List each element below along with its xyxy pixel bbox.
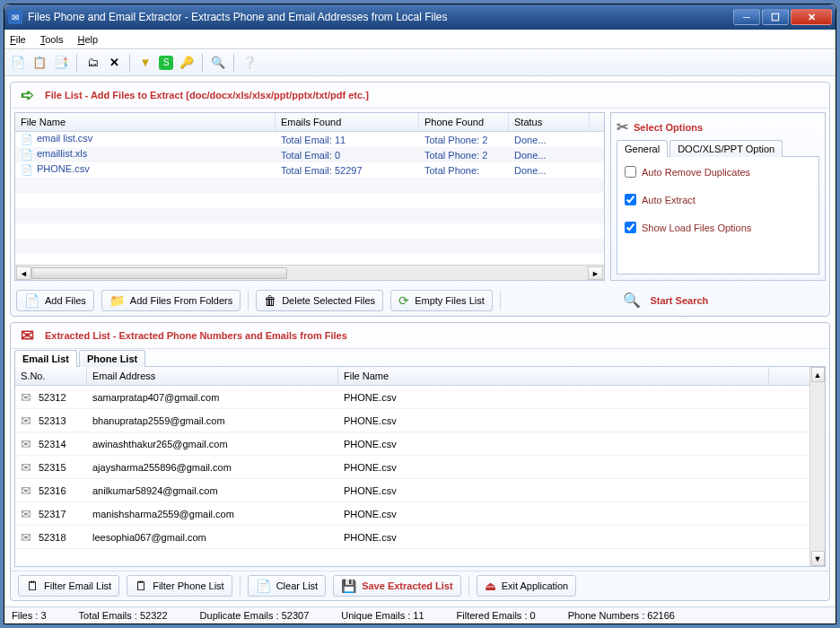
delete-selected-button[interactable]: 🗑Delete Selected Files xyxy=(256,290,383,311)
separator xyxy=(129,54,130,72)
status-unique-emails: Unique Emails : 11 xyxy=(341,610,424,621)
chk-auto-remove[interactable] xyxy=(625,166,636,178)
menu-tools[interactable]: Tools xyxy=(40,34,64,45)
envelope-icon: ✉ xyxy=(15,414,33,428)
extracted-row[interactable]: ✉52316anilkumar58924@gmail.comPHONE.csv xyxy=(15,479,809,502)
horizontal-scrollbar[interactable]: ◄ ► xyxy=(15,265,604,280)
file-row-empty xyxy=(15,193,604,208)
extracted-columns: S.No. Email Address File Name xyxy=(15,367,809,386)
search-icon: 🔍 xyxy=(623,292,641,309)
add-files-from-folders-button[interactable]: 📁Add Files From Folders xyxy=(101,290,241,311)
empty-icon: ⟳ xyxy=(398,293,409,308)
save-extracted-button[interactable]: 💾Save Extracted List xyxy=(333,575,461,597)
tab-email-list[interactable]: Email List xyxy=(14,350,77,367)
start-search-button[interactable]: 🔍Start Search xyxy=(508,288,824,312)
extracted-row[interactable]: ✉52312samarpratap407@gmail.comPHONE.csv xyxy=(15,386,809,409)
envelope-icon: ✉ xyxy=(15,460,33,475)
checkbox-auto-remove-duplicates[interactable]: Auto Remove Duplicates xyxy=(625,166,811,178)
toolbar-paste-icon[interactable]: 📑 xyxy=(53,55,69,71)
arrow-down-icon: ➪ xyxy=(16,86,38,104)
tools-icon: ✂ xyxy=(617,118,628,135)
extracted-row[interactable]: ✉52318leesophia067@gmail.comPHONE.csv xyxy=(15,526,809,549)
envelope-icon: ✉ xyxy=(15,530,33,545)
status-phone-numbers: Phone Numbers : 62166 xyxy=(568,610,675,621)
file-row[interactable]: 📄emaillist.xlsTotal Email: 0Total Phone:… xyxy=(15,147,604,162)
file-row-empty xyxy=(15,178,604,193)
col-status[interactable]: Status xyxy=(509,113,590,131)
separator xyxy=(248,291,249,310)
titlebar[interactable]: ✉ Files Phone and Email Extractor - Extr… xyxy=(4,4,836,30)
toolbar-new-icon[interactable]: 📄 xyxy=(10,55,26,71)
exit-button[interactable]: ⏏Exit Application xyxy=(477,575,577,597)
delete-icon: 🗑 xyxy=(264,293,276,308)
folder-icon: 📁 xyxy=(109,293,125,308)
separator xyxy=(202,54,203,72)
maximize-button[interactable]: ☐ xyxy=(762,9,789,25)
file-icon: 📄 xyxy=(21,164,33,177)
tab-general[interactable]: General xyxy=(617,140,668,157)
clear-list-button[interactable]: 📄Clear List xyxy=(248,575,326,597)
add-files-button[interactable]: 📄Add Files xyxy=(16,290,94,311)
menu-help[interactable]: Help xyxy=(77,34,98,45)
menubar: File Tools Help xyxy=(4,30,836,49)
scroll-thumb[interactable] xyxy=(31,267,287,279)
scroll-left-icon[interactable]: ◄ xyxy=(16,266,31,280)
scroll-right-icon[interactable]: ► xyxy=(588,266,603,280)
col-sno[interactable]: S.No. xyxy=(15,367,87,385)
toolbar-search-icon[interactable]: 🔍 xyxy=(210,55,226,71)
vertical-scrollbar[interactable]: ▲ ▼ xyxy=(809,367,825,566)
extracted-row[interactable]: ✉52313bhanupratap2559@gmail.comPHONE.csv xyxy=(15,409,809,432)
toolbar-key-icon[interactable]: 🔑 xyxy=(179,55,195,71)
extracted-row[interactable]: ✉52317manishsharma2559@gmail.comPHONE.cs… xyxy=(15,502,809,526)
extracted-list-panel: ✉ Extracted List - Extracted Phone Numbe… xyxy=(10,322,830,601)
chk-show-load[interactable] xyxy=(625,222,636,233)
add-file-icon: 📄 xyxy=(24,293,39,308)
col-email[interactable]: Email Address xyxy=(87,367,338,385)
exit-icon: ⏏ xyxy=(485,579,496,593)
app-icon: ✉ xyxy=(8,10,22,24)
file-list-header: File List - Add Files to Extract [doc/do… xyxy=(45,90,369,100)
file-row-empty xyxy=(15,254,604,265)
checkbox-auto-extract[interactable]: Auto Extract xyxy=(625,194,811,205)
filter-email-button[interactable]: 🗒Filter Email List xyxy=(18,575,119,597)
toolbar-help-icon[interactable]: ❔ xyxy=(241,55,258,71)
clear-icon: 📄 xyxy=(256,579,271,593)
extracted-row[interactable]: ✉52314awinashthakur265@gmail.comPHONE.cs… xyxy=(15,432,809,456)
menu-file[interactable]: File xyxy=(10,34,26,45)
tab-doc-xls-ppt[interactable]: DOC/XLS/PPT Option xyxy=(669,140,783,157)
options-panel: ✂ Select Options General DOC/XLS/PPT Opt… xyxy=(610,112,826,281)
save-icon: 💾 xyxy=(341,579,356,593)
envelope-icon: ✉ xyxy=(15,437,33,451)
col-phone-found[interactable]: Phone Found xyxy=(419,113,509,131)
toolbar-delete-icon[interactable]: ✕ xyxy=(106,55,122,71)
checkbox-show-load-files[interactable]: Show Load Files Options xyxy=(625,222,811,233)
envelope-icon: ✉ xyxy=(15,507,33,521)
empty-list-button[interactable]: ⟳Empty Files List xyxy=(390,290,493,311)
filter-phone-button[interactable]: 🗒Filter Phone List xyxy=(127,575,232,597)
status-filtered-emails: Filtered Emails : 0 xyxy=(457,610,536,621)
tab-phone-list[interactable]: Phone List xyxy=(79,350,145,367)
col-emails-found[interactable]: Emails Found xyxy=(276,113,419,131)
toolbar-filter-icon[interactable]: ▼ xyxy=(137,55,153,71)
chk-auto-extract[interactable] xyxy=(625,194,636,205)
status-duplicate-emails: Duplicate Emails : 52307 xyxy=(200,610,310,621)
envelope-icon: ✉ xyxy=(15,390,33,405)
file-list-table[interactable]: File Name Emails Found Phone Found Statu… xyxy=(14,112,605,281)
scroll-up-icon[interactable]: ▲ xyxy=(811,367,825,382)
file-row[interactable]: 📄email list.csvTotal Email: 11Total Phon… xyxy=(15,132,604,147)
toolbar-list-icon[interactable]: 🗂 xyxy=(84,55,101,71)
minimize-button[interactable]: ─ xyxy=(733,9,760,25)
close-button[interactable]: ✕ xyxy=(791,9,832,25)
col-filename[interactable]: File Name xyxy=(15,113,276,131)
envelope-icon: ✉ xyxy=(16,327,38,345)
toolbar: 📄 📋 📑 🗂 ✕ ▼ S 🔑 🔍 ❔ xyxy=(4,49,836,76)
separator xyxy=(240,576,241,596)
separator xyxy=(233,54,234,72)
scroll-down-icon[interactable]: ▼ xyxy=(811,551,825,566)
toolbar-copy-icon[interactable]: 📋 xyxy=(31,55,48,71)
col-file[interactable]: File Name xyxy=(338,367,769,385)
toolbar-skype-icon[interactable]: S xyxy=(159,56,173,70)
extracted-row[interactable]: ✉52315ajaysharma255896@gmail.comPHONE.cs… xyxy=(15,456,809,479)
file-row[interactable]: 📄PHONE.csvTotal Email: 52297Total Phone:… xyxy=(15,162,604,178)
status-files: Files : 3 xyxy=(12,610,47,621)
